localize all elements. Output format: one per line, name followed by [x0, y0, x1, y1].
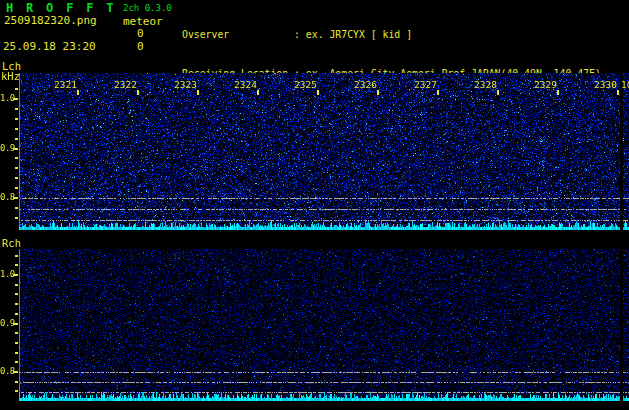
time-tick-label: 2329 [527, 79, 557, 90]
time-tick-mark [257, 90, 259, 95]
freq-minor-tick-mark [15, 108, 18, 110]
rch-spectrogram [19, 249, 629, 401]
freq-minor-tick-mark [15, 313, 18, 315]
freq-minor-tick-mark [15, 332, 18, 334]
freq-minor-tick-mark [15, 284, 18, 286]
freq-minor-tick-mark [15, 167, 18, 169]
freq-tick-label: 1.0 [0, 93, 14, 103]
time-tick-mark [557, 90, 559, 95]
freq-minor-tick-mark [15, 293, 18, 295]
time-tick-label: 2328 [467, 79, 497, 90]
freq-tick-label: 0.9 [0, 318, 14, 328]
freq-minor-tick-mark [15, 128, 18, 130]
output-filename: 2509182320.png [4, 14, 97, 27]
freq-tick-label: 0.8 [0, 192, 14, 202]
time-tick-mark [77, 90, 79, 95]
freq-minor-tick-mark [15, 187, 18, 189]
freq-tick-mark [13, 197, 18, 199]
freq-tick-mark [13, 274, 18, 276]
freq-minor-tick-mark [15, 118, 18, 120]
time-tick-label: 2330 [587, 79, 617, 90]
rch-panel-label: Rch [2, 237, 21, 249]
freq-minor-tick-mark [15, 303, 18, 305]
time-tick-mark [377, 90, 379, 95]
app-version: 2ch 0.3.0 [123, 3, 172, 13]
time-tick-label: 2327 [407, 79, 437, 90]
freq-minor-tick-mark [15, 264, 18, 266]
freq-tick-label: 0.8 [0, 366, 14, 376]
hrofft-spectrogram-screen: H R O F F T 2ch 0.3.0 2509182320.png met… [0, 0, 629, 410]
freq-minor-tick-mark [15, 207, 18, 209]
freq-minor-tick-mark [15, 342, 18, 344]
time-axis-edge-label: 10 [621, 79, 629, 90]
freq-minor-tick-mark [15, 255, 18, 257]
freq-minor-tick-mark [15, 381, 18, 383]
time-tick-mark [137, 90, 139, 95]
lch-echo-count: 0 [137, 27, 144, 40]
freq-tick-label: 0.9 [0, 143, 14, 153]
app-title: H R O F F T [6, 1, 116, 15]
time-tick-mark [197, 90, 199, 95]
freq-minor-tick-mark [15, 88, 18, 90]
lch-spectrogram [19, 73, 629, 230]
timestamp: 25.09.18 23:20 [3, 40, 96, 53]
time-tick-label: 2324 [227, 79, 257, 90]
freq-tick-mark [13, 148, 18, 150]
freq-minor-tick-mark [15, 157, 18, 159]
time-tick-label: 2326 [347, 79, 377, 90]
time-tick-label: 2321 [47, 79, 77, 90]
time-tick-mark [617, 90, 619, 95]
time-tick-label: 2323 [167, 79, 197, 90]
freq-minor-tick-mark [15, 138, 18, 140]
rch-echo-count: 0 [137, 40, 144, 53]
freq-tick-mark [13, 98, 18, 100]
time-tick-mark [317, 90, 319, 95]
freq-minor-tick-mark [15, 217, 18, 219]
freq-tick-mark [13, 371, 18, 373]
freq-tick-label: 1.0 [0, 269, 14, 279]
freq-minor-tick-mark [15, 352, 18, 354]
freq-minor-tick-mark [15, 390, 18, 392]
time-tick-mark [497, 90, 499, 95]
freq-tick-mark [13, 323, 18, 325]
time-tick-label: 2322 [107, 79, 137, 90]
observer-line: Ovserver : ex. JR7CYX [ kid ] [182, 28, 629, 41]
khz-unit-label: kHz [1, 70, 20, 82]
freq-minor-tick-mark [15, 361, 18, 363]
time-tick-label: 2325 [287, 79, 317, 90]
freq-minor-tick-mark [15, 177, 18, 179]
time-tick-mark [437, 90, 439, 95]
